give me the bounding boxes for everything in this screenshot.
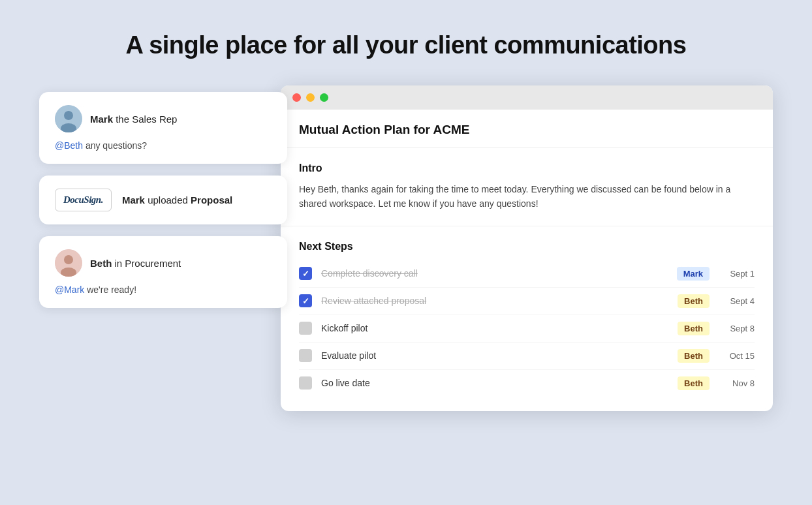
step-assignee: Beth	[678, 376, 710, 390]
step-assignee: Beth	[678, 349, 710, 363]
docusign-uploader: Mark	[122, 194, 145, 206]
doc-header: Mutual Action Plan for ACME	[281, 110, 773, 148]
step-date: Sept 4	[719, 296, 755, 306]
step-label: Kickoff pilot	[321, 323, 668, 333]
step-date: Nov 8	[719, 378, 755, 388]
docusign-text: Mark uploaded Proposal	[122, 194, 232, 206]
next-steps-title: Next Steps	[299, 241, 755, 252]
mark-role: the Sales Rep	[116, 114, 177, 125]
window-body: Mutual Action Plan for ACME Intro Hey Be…	[281, 110, 773, 411]
step-row[interactable]: Evaluate pilot Beth Oct 15	[299, 343, 755, 370]
docusign-card: DocuSign. Mark uploaded Proposal	[39, 176, 287, 224]
maximize-dot[interactable]	[320, 93, 328, 102]
left-cards: Mark the Sales Rep @Beth any questions? …	[39, 92, 287, 320]
svg-point-1	[64, 111, 73, 120]
page-header: A single place for all your client commu…	[0, 0, 812, 85]
mark-message-text: any questions?	[83, 140, 147, 151]
docusign-action: uploaded	[145, 194, 191, 206]
mark-message: @Beth any questions?	[55, 140, 272, 151]
app-window: Mutual Action Plan for ACME Intro Hey Be…	[281, 85, 773, 411]
step-row[interactable]: ✓ Review attached proposal Beth Sept 4	[299, 288, 755, 315]
step-date: Oct 15	[719, 351, 755, 361]
intro-body: Hey Beth, thanks again for taking the ti…	[299, 182, 755, 211]
step-checkbox[interactable]	[299, 376, 312, 390]
mark-card: Mark the Sales Rep @Beth any questions?	[39, 92, 287, 164]
mark-name-line: Mark the Sales Rep	[90, 114, 177, 125]
step-assignee: Beth	[678, 322, 710, 335]
beth-card-header: Beth in Procurement	[55, 249, 272, 277]
mark-mention: @Mark	[55, 284, 84, 295]
next-steps-section: Next Steps ✓ Complete discovery call Mar…	[281, 226, 773, 411]
beth-message: @Mark we're ready!	[55, 284, 272, 295]
window-titlebar	[281, 85, 773, 110]
docusign-doc: Proposal	[191, 194, 232, 206]
step-checkbox[interactable]	[299, 349, 312, 362]
step-label: Evaluate pilot	[321, 350, 668, 361]
intro-section: Intro Hey Beth, thanks again for taking …	[281, 148, 773, 226]
beth-role: in Procurement	[115, 258, 181, 269]
step-date: Sept 8	[719, 324, 755, 333]
step-checkbox[interactable]: ✓	[299, 267, 312, 280]
step-row[interactable]: ✓ Complete discovery call Mark Sept 1	[299, 260, 755, 288]
beth-name: Beth	[90, 258, 112, 269]
step-label: Review attached proposal	[321, 296, 668, 306]
beth-name-line: Beth in Procurement	[90, 258, 181, 269]
page-title: A single place for all your client commu…	[0, 31, 812, 59]
step-assignee: Mark	[677, 267, 710, 281]
step-label: Complete discovery call	[321, 268, 668, 279]
main-layout: Mark the Sales Rep @Beth any questions? …	[0, 85, 812, 411]
intro-title: Intro	[299, 162, 755, 174]
step-row[interactable]: Go live date Beth Nov 8	[299, 370, 755, 397]
step-checkbox[interactable]	[299, 322, 312, 335]
svg-point-4	[64, 255, 73, 264]
step-date: Sept 1	[719, 269, 755, 279]
step-checkbox[interactable]: ✓	[299, 294, 312, 307]
step-label: Go live date	[321, 378, 668, 388]
steps-table: ✓ Complete discovery call Mark Sept 1 ✓ …	[299, 260, 755, 397]
card-header: Mark the Sales Rep	[55, 105, 272, 132]
beth-mention: @Beth	[55, 140, 83, 151]
docusign-logo: DocuSign.	[55, 189, 112, 211]
beth-avatar	[55, 249, 82, 277]
beth-message-text: we're ready!	[84, 284, 136, 295]
step-assignee: Beth	[678, 294, 710, 308]
minimize-dot[interactable]	[306, 93, 315, 102]
close-dot[interactable]	[292, 93, 301, 102]
mark-avatar	[55, 105, 82, 132]
mark-name: Mark	[90, 114, 113, 125]
doc-title: Mutual Action Plan for ACME	[299, 123, 755, 137]
step-row[interactable]: Kickoff pilot Beth Sept 8	[299, 315, 755, 343]
beth-card: Beth in Procurement @Mark we're ready!	[39, 236, 287, 308]
